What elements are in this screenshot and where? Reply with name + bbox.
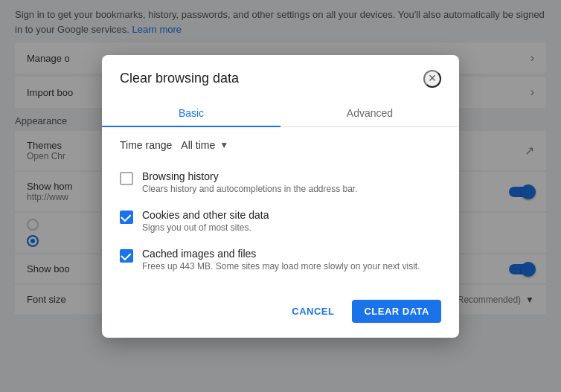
time-range-row: Time range All time ▼ bbox=[120, 139, 441, 151]
dialog-body: Time range All time ▼ Browsing history C… bbox=[102, 127, 459, 291]
dialog-footer: CANCEL CLEAR DATA bbox=[102, 291, 459, 338]
close-button[interactable]: × bbox=[423, 70, 441, 88]
checkbox-cookies-input[interactable] bbox=[120, 211, 133, 224]
clear-data-button[interactable]: CLEAR DATA bbox=[352, 300, 441, 323]
dialog-header: Clear browsing data × bbox=[102, 55, 459, 88]
checkbox-browsing-history-input[interactable] bbox=[120, 172, 133, 185]
clear-browsing-data-dialog: Clear browsing data × Basic Advanced Tim… bbox=[102, 55, 459, 338]
cached-title: Cached images and files bbox=[142, 248, 420, 260]
time-range-dropdown-icon: ▼ bbox=[219, 140, 228, 150]
browsing-history-desc: Clears history and autocompletions in th… bbox=[142, 184, 358, 194]
time-range-value: All time bbox=[181, 139, 215, 151]
checkbox-browsing-history: Browsing history Clears history and auto… bbox=[120, 163, 441, 202]
dialog-tabs: Basic Advanced bbox=[102, 100, 459, 127]
cancel-button[interactable]: CANCEL bbox=[280, 300, 346, 323]
checkbox-cached: Cached images and files Frees up 443 MB.… bbox=[120, 240, 441, 279]
checkbox-cookies: Cookies and other site data Signs you ou… bbox=[120, 202, 441, 240]
cached-desc: Frees up 443 MB. Some sites may load mor… bbox=[142, 261, 420, 271]
dialog-title: Clear browsing data bbox=[120, 71, 239, 86]
checkbox-cached-input[interactable] bbox=[120, 249, 133, 263]
cookies-title: Cookies and other site data bbox=[142, 209, 269, 221]
cookies-desc: Signs you out of most sites. bbox=[142, 222, 269, 233]
time-range-select[interactable]: All time ▼ bbox=[181, 139, 228, 151]
time-range-label: Time range bbox=[120, 139, 172, 151]
tab-advanced[interactable]: Advanced bbox=[280, 100, 459, 126]
browsing-history-title: Browsing history bbox=[142, 170, 358, 182]
modal-overlay: Clear browsing data × Basic Advanced Tim… bbox=[0, 0, 561, 392]
tab-basic[interactable]: Basic bbox=[102, 100, 280, 126]
